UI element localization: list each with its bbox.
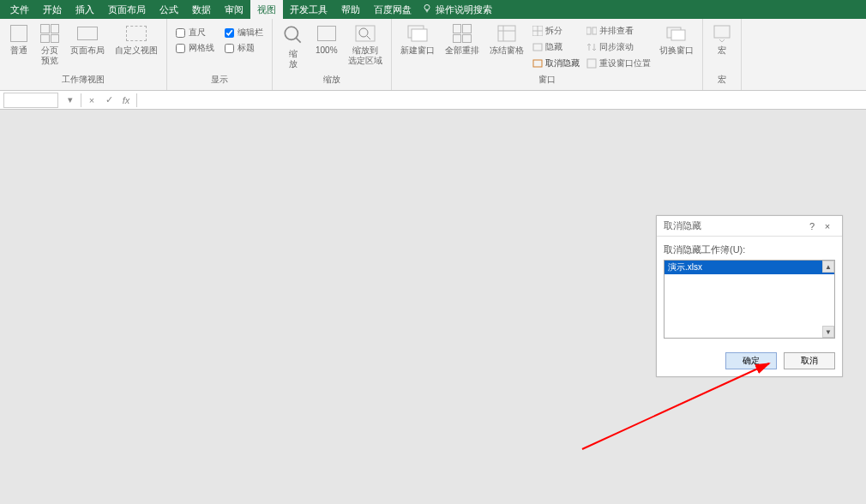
menu-help[interactable]: 帮助 (334, 0, 367, 19)
svg-point-0 (424, 5, 430, 10)
formula-bar: ▾ × ✓ fx (0, 91, 866, 110)
ruler-checkbox[interactable]: 直尺 (176, 27, 214, 39)
reset-pos-button[interactable]: 重设窗口位置 (585, 57, 653, 69)
name-box[interactable] (3, 93, 58, 108)
list-item[interactable]: 演示.xlsx (665, 261, 834, 274)
view-side-button[interactable]: 并排查看 (585, 25, 653, 37)
custom-view-button[interactable]: 自定义视图 (111, 21, 161, 57)
svg-rect-11 (592, 27, 597, 34)
macro-button[interactable]: 宏 (708, 21, 736, 57)
ok-button[interactable]: 确定 (725, 352, 777, 369)
page-break-preview-button[interactable]: 分页 预览 (36, 21, 63, 68)
split-button[interactable]: 拆分 (531, 25, 581, 37)
menu-bar: 文件 开始 插入 页面布局 公式 数据 审阅 视图 开发工具 帮助 百度网盘 操… (0, 0, 866, 19)
menu-formula[interactable]: 公式 (153, 0, 185, 19)
group-label-zoom: 缩放 (278, 72, 386, 87)
workbook-listbox[interactable]: 演示.xlsx ▲ ▼ (664, 260, 835, 339)
svg-rect-8 (533, 44, 542, 51)
ribbon-group-zoom: 缩 放 100% 缩放到 选定区域 缩放 (273, 19, 392, 90)
reset-pos-icon (586, 58, 597, 69)
scroll-up-icon[interactable]: ▲ (822, 261, 834, 273)
freeze-panes-button[interactable]: 冻结窗格 (486, 21, 527, 57)
dialog-title: 取消隐藏 (664, 219, 701, 232)
zoom-selection-button[interactable]: 缩放到 选定区域 (345, 21, 386, 68)
page-layout-button[interactable]: 页面布局 (67, 21, 108, 57)
gridlines-checkbox[interactable]: 网格线 (176, 42, 214, 54)
ribbon-group-show: 直尺 网格线 编辑栏 标题 显示 (167, 19, 273, 90)
svg-point-1 (285, 27, 298, 39)
formula-bar-checkbox[interactable]: 编辑栏 (225, 27, 263, 39)
menu-review[interactable]: 审阅 (218, 0, 250, 19)
enter-formula-icon[interactable]: ✓ (100, 94, 117, 105)
menu-layout[interactable]: 页面布局 (101, 0, 153, 19)
menu-view[interactable]: 视图 (250, 0, 283, 19)
menu-data[interactable]: 数据 (185, 0, 218, 19)
ribbon: 普通 分页 预览 页面布局 自定义视图 工作簿视图 直尺 网格线 (0, 19, 866, 91)
group-label-view: 工作簿视图 (5, 72, 161, 87)
zoom-100-button[interactable]: 100% (312, 21, 341, 57)
group-label-show: 显示 (172, 72, 267, 87)
magnifier-icon (281, 23, 305, 47)
group-label-window: 窗口 (397, 72, 697, 87)
hide-button[interactable]: 隐藏 (531, 41, 581, 53)
hide-icon (532, 42, 543, 52)
switch-window-button[interactable]: 切换窗口 (656, 21, 697, 57)
ribbon-group-view: 普通 分页 预览 页面布局 自定义视图 工作簿视图 (0, 19, 167, 90)
svg-rect-10 (586, 27, 591, 34)
unhide-dialog: 取消隐藏 ? × 取消隐藏工作簿(U): 演示.xlsx ▲ ▼ 确定 取消 (656, 215, 843, 377)
unhide-label: 取消隐藏工作簿(U): (664, 243, 835, 256)
svg-rect-5 (412, 29, 427, 41)
ribbon-group-macro: 宏 宏 (703, 19, 742, 90)
group-label-macro: 宏 (708, 72, 736, 87)
sync-scroll-button[interactable]: 同步滚动 (585, 41, 653, 53)
svg-rect-12 (587, 59, 596, 68)
ribbon-group-window: 新建窗口 全部重排 冻结窗格 拆分 隐藏 取消隐藏 并排查看 同步滚动 重设窗口… (392, 19, 703, 90)
lightbulb-icon (422, 3, 432, 15)
split-icon (532, 26, 543, 36)
svg-rect-9 (533, 60, 542, 67)
macro-icon (712, 23, 732, 44)
dialog-help-icon[interactable]: ? (804, 221, 820, 231)
cancel-formula-icon[interactable]: × (83, 95, 100, 105)
scroll-down-icon[interactable]: ▼ (822, 326, 834, 338)
svg-rect-2 (356, 26, 375, 41)
name-box-dropdown[interactable]: ▾ (62, 94, 79, 105)
cancel-button[interactable]: 取消 (784, 352, 835, 369)
zoom-button[interactable]: 缩 放 (278, 21, 309, 71)
menu-file[interactable]: 文件 (3, 0, 36, 19)
unhide-icon (532, 58, 543, 69)
menu-dev[interactable]: 开发工具 (283, 0, 334, 19)
fx-icon[interactable]: fx (117, 95, 135, 105)
svg-rect-14 (671, 30, 685, 40)
arrange-all-button[interactable]: 全部重排 (442, 21, 483, 57)
zoom-selection-icon (355, 23, 376, 44)
menu-baidu[interactable]: 百度网盘 (367, 0, 418, 19)
menu-insert[interactable]: 插入 (69, 0, 101, 19)
sync-scroll-icon (586, 42, 597, 52)
svg-rect-15 (714, 26, 730, 38)
svg-point-3 (359, 28, 368, 37)
menu-home[interactable]: 开始 (36, 0, 69, 19)
side-by-side-icon (586, 26, 597, 36)
svg-rect-6 (498, 26, 515, 41)
tell-me-input[interactable]: 操作说明搜索 (436, 3, 492, 16)
headings-checkbox[interactable]: 标题 (225, 42, 263, 54)
normal-view-button[interactable]: 普通 (5, 21, 33, 57)
dialog-title-bar[interactable]: 取消隐藏 ? × (657, 216, 842, 237)
new-window-button[interactable]: 新建窗口 (397, 21, 438, 57)
unhide-button[interactable]: 取消隐藏 (531, 57, 581, 69)
dialog-close-icon[interactable]: × (820, 221, 835, 231)
